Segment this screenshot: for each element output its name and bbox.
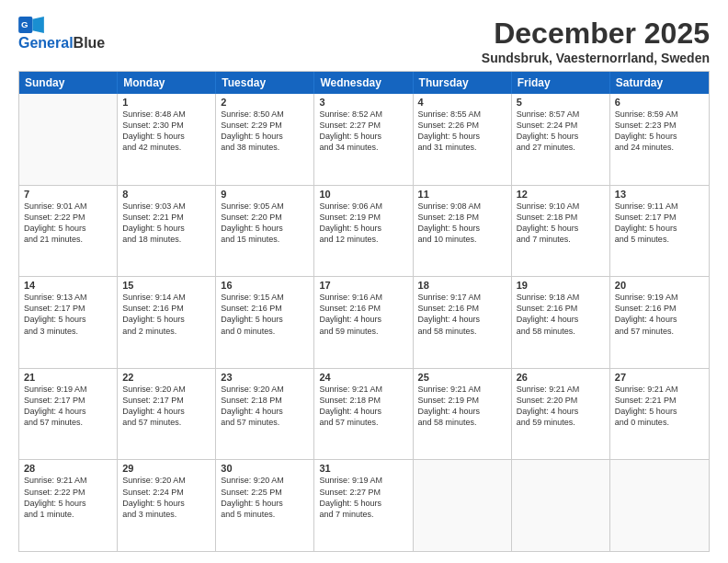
calendar: SundayMondayTuesdayWednesdayThursdayFrid… <box>18 71 710 552</box>
day-number: 18 <box>418 280 506 291</box>
header-day-thursday: Thursday <box>414 72 512 94</box>
day-number: 2 <box>221 97 309 108</box>
day-number: 3 <box>319 97 407 108</box>
calendar-day-8: 8Sunrise: 9:03 AM Sunset: 2:21 PM Daylig… <box>118 186 216 277</box>
calendar-header: SundayMondayTuesdayWednesdayThursdayFrid… <box>19 72 709 94</box>
day-info: Sunrise: 9:21 AM Sunset: 2:19 PM Dayligh… <box>418 384 506 429</box>
day-info: Sunrise: 8:50 AM Sunset: 2:29 PM Dayligh… <box>221 109 309 154</box>
day-number: 11 <box>418 189 506 200</box>
calendar-day-12: 12Sunrise: 9:10 AM Sunset: 2:18 PM Dayli… <box>512 186 610 277</box>
calendar-day-24: 24Sunrise: 9:21 AM Sunset: 2:18 PM Dayli… <box>314 369 413 460</box>
calendar-day-4: 4Sunrise: 8:55 AM Sunset: 2:26 PM Daylig… <box>414 94 512 185</box>
day-info: Sunrise: 8:52 AM Sunset: 2:27 PM Dayligh… <box>319 109 407 154</box>
calendar-day-11: 11Sunrise: 9:08 AM Sunset: 2:18 PM Dayli… <box>414 186 512 277</box>
day-number: 15 <box>122 280 210 291</box>
calendar-empty <box>19 94 118 185</box>
calendar-empty <box>512 460 610 551</box>
calendar-day-3: 3Sunrise: 8:52 AM Sunset: 2:27 PM Daylig… <box>314 94 413 185</box>
title-block: December 2025 Sundsbruk, Vaesternorrland… <box>482 17 710 65</box>
day-number: 23 <box>221 372 309 383</box>
header: G GeneralBlue December 2025 Sundsbruk, V… <box>18 17 710 65</box>
header-day-tuesday: Tuesday <box>216 72 314 94</box>
calendar-day-6: 6Sunrise: 8:59 AM Sunset: 2:23 PM Daylig… <box>610 94 709 185</box>
day-number: 31 <box>319 463 407 474</box>
day-info: Sunrise: 9:03 AM Sunset: 2:21 PM Dayligh… <box>122 201 210 246</box>
calendar-day-29: 29Sunrise: 9:20 AM Sunset: 2:24 PM Dayli… <box>118 460 216 551</box>
subtitle: Sundsbruk, Vaesternorrland, Sweden <box>482 51 710 65</box>
header-day-monday: Monday <box>118 72 216 94</box>
day-number: 27 <box>615 372 704 383</box>
day-number: 30 <box>221 463 309 474</box>
calendar-day-15: 15Sunrise: 9:14 AM Sunset: 2:16 PM Dayli… <box>118 277 216 368</box>
day-number: 8 <box>122 189 210 200</box>
day-info: Sunrise: 9:10 AM Sunset: 2:18 PM Dayligh… <box>517 201 605 246</box>
calendar-week-2: 7Sunrise: 9:01 AM Sunset: 2:22 PM Daylig… <box>19 185 709 277</box>
day-info: Sunrise: 9:18 AM Sunset: 2:16 PM Dayligh… <box>517 292 605 337</box>
svg-text:G: G <box>21 19 28 29</box>
day-info: Sunrise: 9:14 AM Sunset: 2:16 PM Dayligh… <box>122 292 210 337</box>
day-number: 16 <box>221 280 309 291</box>
day-number: 1 <box>122 97 210 108</box>
day-number: 6 <box>615 97 704 108</box>
calendar-week-5: 28Sunrise: 9:21 AM Sunset: 2:22 PM Dayli… <box>19 459 709 551</box>
calendar-day-23: 23Sunrise: 9:20 AM Sunset: 2:18 PM Dayli… <box>216 369 314 460</box>
day-info: Sunrise: 9:05 AM Sunset: 2:20 PM Dayligh… <box>221 201 309 246</box>
day-info: Sunrise: 9:19 AM Sunset: 2:27 PM Dayligh… <box>319 475 407 520</box>
day-number: 20 <box>615 280 704 291</box>
calendar-day-14: 14Sunrise: 9:13 AM Sunset: 2:17 PM Dayli… <box>19 277 118 368</box>
header-day-friday: Friday <box>512 72 610 94</box>
day-number: 29 <box>122 463 210 474</box>
day-info: Sunrise: 8:59 AM Sunset: 2:23 PM Dayligh… <box>615 109 704 154</box>
day-number: 21 <box>24 372 112 383</box>
calendar-day-22: 22Sunrise: 9:20 AM Sunset: 2:17 PM Dayli… <box>118 369 216 460</box>
day-number: 26 <box>517 372 605 383</box>
day-info: Sunrise: 8:48 AM Sunset: 2:30 PM Dayligh… <box>122 109 210 154</box>
header-day-saturday: Saturday <box>610 72 709 94</box>
calendar-empty <box>610 460 709 551</box>
calendar-day-28: 28Sunrise: 9:21 AM Sunset: 2:22 PM Dayli… <box>19 460 118 551</box>
day-info: Sunrise: 9:20 AM Sunset: 2:17 PM Dayligh… <box>122 384 210 429</box>
calendar-day-1: 1Sunrise: 8:48 AM Sunset: 2:30 PM Daylig… <box>118 94 216 185</box>
day-info: Sunrise: 9:17 AM Sunset: 2:16 PM Dayligh… <box>418 292 506 337</box>
day-info: Sunrise: 9:21 AM Sunset: 2:21 PM Dayligh… <box>615 384 704 429</box>
calendar-day-25: 25Sunrise: 9:21 AM Sunset: 2:19 PM Dayli… <box>414 369 512 460</box>
calendar-day-21: 21Sunrise: 9:19 AM Sunset: 2:17 PM Dayli… <box>19 369 118 460</box>
logo-icon: G <box>18 17 44 33</box>
day-number: 13 <box>615 189 704 200</box>
day-info: Sunrise: 9:20 AM Sunset: 2:18 PM Dayligh… <box>221 384 309 429</box>
day-info: Sunrise: 9:20 AM Sunset: 2:24 PM Dayligh… <box>122 475 210 520</box>
calendar-day-2: 2Sunrise: 8:50 AM Sunset: 2:29 PM Daylig… <box>216 94 314 185</box>
calendar-day-26: 26Sunrise: 9:21 AM Sunset: 2:20 PM Dayli… <box>512 369 610 460</box>
day-info: Sunrise: 9:01 AM Sunset: 2:22 PM Dayligh… <box>24 201 112 246</box>
day-info: Sunrise: 9:16 AM Sunset: 2:16 PM Dayligh… <box>319 292 407 337</box>
logo-text: GeneralBlue <box>18 35 105 52</box>
logo: G GeneralBlue <box>18 17 105 52</box>
day-number: 9 <box>221 189 309 200</box>
calendar-day-13: 13Sunrise: 9:11 AM Sunset: 2:17 PM Dayli… <box>610 186 709 277</box>
calendar-week-3: 14Sunrise: 9:13 AM Sunset: 2:17 PM Dayli… <box>19 276 709 368</box>
day-number: 19 <box>517 280 605 291</box>
day-info: Sunrise: 9:11 AM Sunset: 2:17 PM Dayligh… <box>615 201 704 246</box>
day-info: Sunrise: 9:08 AM Sunset: 2:18 PM Dayligh… <box>418 201 506 246</box>
day-number: 10 <box>319 189 407 200</box>
day-info: Sunrise: 9:06 AM Sunset: 2:19 PM Dayligh… <box>319 201 407 246</box>
day-info: Sunrise: 9:20 AM Sunset: 2:25 PM Dayligh… <box>221 475 309 520</box>
page: G GeneralBlue December 2025 Sundsbruk, V… <box>0 0 728 563</box>
header-day-wednesday: Wednesday <box>314 72 413 94</box>
day-info: Sunrise: 8:55 AM Sunset: 2:26 PM Dayligh… <box>418 109 506 154</box>
day-info: Sunrise: 8:57 AM Sunset: 2:24 PM Dayligh… <box>517 109 605 154</box>
day-number: 25 <box>418 372 506 383</box>
calendar-day-27: 27Sunrise: 9:21 AM Sunset: 2:21 PM Dayli… <box>610 369 709 460</box>
day-info: Sunrise: 9:13 AM Sunset: 2:17 PM Dayligh… <box>24 292 112 337</box>
calendar-empty <box>414 460 512 551</box>
day-info: Sunrise: 9:15 AM Sunset: 2:16 PM Dayligh… <box>221 292 309 337</box>
calendar-day-20: 20Sunrise: 9:19 AM Sunset: 2:16 PM Dayli… <box>610 277 709 368</box>
day-number: 22 <box>122 372 210 383</box>
day-info: Sunrise: 9:19 AM Sunset: 2:17 PM Dayligh… <box>24 384 112 429</box>
day-info: Sunrise: 9:21 AM Sunset: 2:20 PM Dayligh… <box>517 384 605 429</box>
calendar-day-9: 9Sunrise: 9:05 AM Sunset: 2:20 PM Daylig… <box>216 186 314 277</box>
svg-marker-1 <box>32 17 43 33</box>
day-number: 4 <box>418 97 506 108</box>
day-info: Sunrise: 9:19 AM Sunset: 2:16 PM Dayligh… <box>615 292 704 337</box>
calendar-week-1: 1Sunrise: 8:48 AM Sunset: 2:30 PM Daylig… <box>19 94 709 185</box>
